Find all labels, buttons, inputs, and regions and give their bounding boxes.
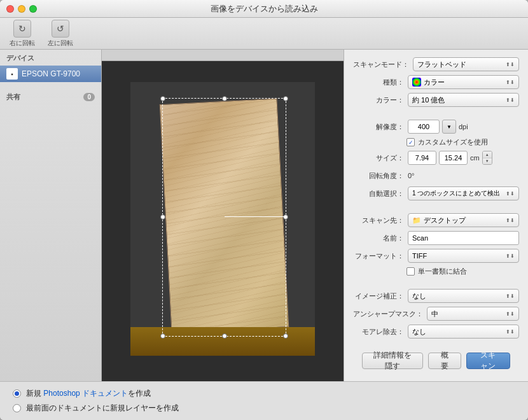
- rotate-left-button[interactable]: ↺ 左に回転: [48, 20, 73, 48]
- image-correct-control: なし ⬆⬇: [408, 289, 519, 303]
- scan-to-select[interactable]: 📁 デスクトップ ⬆⬇: [408, 213, 519, 227]
- option2-radio[interactable]: [13, 404, 21, 412]
- image-correct-label: イメージ補正：: [353, 291, 404, 301]
- color-value: 約 10 億色: [412, 95, 445, 105]
- close-button[interactable]: [6, 5, 14, 13]
- color-swatch-icon: [412, 78, 421, 87]
- minimize-button[interactable]: [18, 5, 25, 13]
- name-input[interactable]: [408, 231, 519, 245]
- type-select[interactable]: カラー ⬆⬇: [408, 75, 519, 89]
- combine-checkbox[interactable]: [406, 267, 415, 276]
- rotate-right-button[interactable]: ↻ 右に回転: [10, 20, 35, 48]
- moire-select[interactable]: なし ⬆⬇: [408, 325, 519, 339]
- resolution-control: ▼ dpi: [408, 120, 519, 134]
- format-row: フォーマット： TIFF ⬆⬇: [353, 249, 519, 263]
- shared-section: 共有 0: [0, 88, 101, 104]
- stepper-down[interactable]: ▼: [483, 158, 492, 165]
- image-correct-select[interactable]: なし ⬆⬇: [408, 289, 519, 303]
- size-unit: cm: [470, 154, 480, 162]
- shared-label: 共有: [6, 92, 20, 102]
- scan-mode-label: スキャンモード：: [353, 60, 409, 69]
- main-window: 画像をデバイスから読み込み ↻ 右に回転 ↺ 左に回転 デバイス ▪ EPSON…: [0, 0, 528, 420]
- resolution-input-group: ▼ dpi: [408, 120, 468, 134]
- handle-middle-left[interactable]: [160, 214, 165, 220]
- unsharp-arrow: ⬆⬇: [506, 311, 515, 317]
- scan-mode-arrow: ⬆⬇: [506, 62, 515, 67]
- maximize-button[interactable]: [29, 5, 37, 13]
- color-arrow: ⬆⬇: [506, 97, 515, 103]
- scan-to-arrow: ⬆⬇: [506, 218, 515, 223]
- ruler-top: [102, 50, 344, 61]
- scanner-icon: ▪: [6, 68, 18, 80]
- resolution-input[interactable]: [408, 120, 440, 134]
- scan-button[interactable]: スキャン: [466, 353, 510, 369]
- traffic-lights: [6, 5, 37, 13]
- format-arrow: ⬆⬇: [506, 253, 515, 259]
- scan-to-label: スキャン先：: [353, 216, 404, 225]
- rotation-row: 回転角度： 0°: [353, 169, 519, 183]
- color-label: カラー：: [353, 95, 404, 105]
- size-width-input[interactable]: [408, 151, 436, 165]
- auto-select-select[interactable]: 1 つのボックスにまとめて検出 ⬆⬇: [408, 186, 519, 200]
- rotate-left-label: 左に回転: [48, 39, 73, 48]
- rotation-label: 回転角度：: [353, 171, 404, 181]
- color-row: カラー： 約 10 億色 ⬆⬇: [353, 93, 519, 107]
- preview-inner: [130, 82, 315, 356]
- auto-select-arrow: ⬆⬇: [506, 191, 515, 197]
- unsharp-control: 中 ⬆⬇: [427, 307, 519, 321]
- size-height-input[interactable]: [439, 151, 468, 165]
- size-label: サイズ：: [353, 153, 404, 163]
- size-stepper[interactable]: ▲ ▼: [482, 151, 492, 165]
- size-row: サイズ： cm ▲ ▼: [353, 151, 519, 165]
- scan-background: [130, 82, 315, 356]
- hide-details-button[interactable]: 詳細情報を隠す: [362, 353, 423, 369]
- window-title: 画像をデバイスから読み込み: [211, 3, 318, 15]
- unsharp-select[interactable]: 中 ⬆⬇: [427, 307, 519, 321]
- unsharp-row: アンシャープマスク： 中 ⬆⬇: [353, 307, 519, 321]
- scan-mode-select[interactable]: フラットベッド ⬆⬇: [413, 57, 519, 71]
- option1-radio[interactable]: [13, 389, 21, 398]
- combine-row: 単一書類に結合: [406, 267, 519, 276]
- auto-select-row: 自動選択： 1 つのボックスにまとめて検出 ⬆⬇: [353, 186, 519, 200]
- rotate-left-icon: ↺: [52, 20, 69, 38]
- custom-size-label: カスタムサイズを使用: [418, 137, 488, 147]
- name-control: [408, 231, 519, 245]
- moire-control: なし ⬆⬇: [408, 325, 519, 339]
- format-select[interactable]: TIFF ⬆⬇: [408, 249, 519, 263]
- combine-label: 単一書類に結合: [418, 267, 467, 276]
- photoshop-link[interactable]: Photoshop ドキュメント: [43, 389, 128, 398]
- sidebar-item-epson[interactable]: ▪ EPSON GT-9700: [0, 66, 101, 82]
- main-content: デバイス ▪ EPSON GT-9700 共有 0: [0, 50, 528, 381]
- moire-label: モアレ除去：: [353, 327, 404, 337]
- handle-middle-right[interactable]: [283, 214, 288, 220]
- scan-mode-value: フラットベッド: [417, 60, 466, 69]
- resolution-dropdown[interactable]: ▼: [442, 120, 456, 134]
- handle-top-left[interactable]: [160, 96, 165, 101]
- size-inputs: cm ▲ ▼: [408, 151, 519, 165]
- preview-area: [102, 50, 344, 381]
- color-select[interactable]: 約 10 億色 ⬆⬇: [408, 93, 519, 107]
- option1-label: 新規 Photoshop ドキュメントを作成: [26, 388, 151, 399]
- handle-top-right[interactable]: [283, 96, 288, 101]
- scan-to-control: 📁 デスクトップ ⬆⬇: [408, 213, 519, 227]
- shared-badge: 0: [83, 93, 95, 101]
- custom-size-checkbox[interactable]: ✓: [406, 138, 415, 146]
- bottom-bar: 新規 Photoshop ドキュメントを作成 最前面のドキュメントに新規レイヤー…: [0, 381, 528, 420]
- scan-mode-row: スキャンモード： フラットベッド ⬆⬇: [353, 57, 519, 71]
- name-label: 名前：: [353, 234, 404, 243]
- moire-arrow: ⬆⬇: [506, 329, 515, 335]
- stepper-up[interactable]: ▲: [483, 151, 492, 158]
- type-arrow: ⬆⬇: [506, 80, 515, 85]
- format-label: フォーマット：: [353, 251, 404, 261]
- moire-value: なし: [412, 327, 426, 337]
- option1-row: 新規 Photoshop ドキュメントを作成: [13, 388, 515, 399]
- scan-mode-control: フラットベッド ⬆⬇: [413, 57, 519, 71]
- image-correct-row: イメージ補正： なし ⬆⬇: [353, 289, 519, 303]
- unsharp-label: アンシャープマスク：: [353, 309, 423, 319]
- format-value: TIFF: [412, 252, 427, 260]
- titlebar: 画像をデバイスから読み込み: [0, 0, 528, 18]
- dpi-label: dpi: [459, 123, 468, 130]
- handle-top-middle[interactable]: [222, 96, 227, 101]
- resolution-row: 解像度： ▼ dpi: [353, 120, 519, 134]
- overview-button[interactable]: 概要: [428, 353, 461, 369]
